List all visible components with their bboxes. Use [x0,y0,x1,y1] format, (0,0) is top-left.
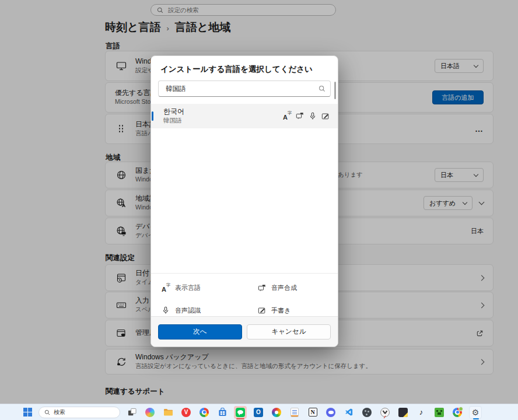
chrome-alt-icon[interactable] [451,406,464,419]
language-localized-name: 韓国語 [163,117,184,125]
language-result-korean[interactable]: 한국어 韓国語 A字 [151,104,338,128]
clock-app-icon[interactable] [379,406,391,419]
discord-icon[interactable] [324,406,337,419]
copilot-icon[interactable] [144,406,156,419]
music-app-icon[interactable]: ♪ [415,406,428,419]
search-icon [318,85,326,92]
dialog-title: インストールする言語を選択してください [160,64,328,75]
speech-recognition-icon [309,112,317,120]
profile-badge [459,407,463,411]
notepad-icon[interactable] [288,406,301,419]
speech-synthesis-icon [258,284,266,292]
vivaldi-icon[interactable]: V [180,406,192,419]
speech-recognition-icon [162,306,170,314]
language-feature-icons: A字 [283,112,330,120]
legend-display-language: A字 表示言語 [162,281,258,295]
legend-speech-recognition: 音声認識 [162,304,258,318]
windows-settings-screen: 時刻と言語 › 言語と地域 言語 Windo 設定やエ 日本語 優先する言語 M… [0,0,518,420]
unity-icon[interactable] [360,406,373,419]
vscode-icon[interactable] [342,406,355,419]
handwriting-icon [258,306,266,314]
settings-app-icon[interactable]: ⚙ [469,406,482,419]
legend-handwriting: 手書き [258,304,338,318]
photos-icon[interactable] [270,406,283,419]
dialog-footer: 次へ キャンセル [151,316,338,346]
handwriting-icon [321,112,330,120]
dialog-search-input[interactable] [164,85,318,93]
cancel-button[interactable]: キャンセル [247,324,331,340]
outlook-icon[interactable]: O [252,406,265,419]
next-button[interactable]: 次へ [158,324,242,340]
taskbar: 検索 V O N [0,404,518,420]
search-icon [44,410,50,415]
editor-app-icon[interactable] [397,406,410,419]
legend-speech-synthesis: 音声合成 [258,281,338,295]
start-button[interactable] [21,406,34,419]
notion-icon[interactable]: N [306,406,319,419]
speech-synthesis-icon [296,112,304,120]
chrome-icon[interactable] [198,406,211,419]
language-native-name: 한국어 [163,107,184,117]
add-language-dialog: インストールする言語を選択してください 한국어 韓国語 A字 [150,55,338,347]
dialog-search-box[interactable] [158,80,331,97]
file-explorer-icon[interactable] [162,406,174,419]
line-icon[interactable] [234,406,247,419]
task-view-icon[interactable] [125,406,138,419]
taskbar-search[interactable]: 検索 [38,407,120,418]
display-language-icon: A字 [162,284,170,292]
minecraft-icon[interactable] [433,406,446,419]
dialog-scrollbar-thumb[interactable] [334,82,336,99]
microsoft-store-icon[interactable] [216,406,229,419]
display-language-icon: A字 [283,112,291,120]
selection-indicator [152,111,153,121]
dialog-legend: A字 表示言語 音声合成 音声認識 [151,273,338,317]
